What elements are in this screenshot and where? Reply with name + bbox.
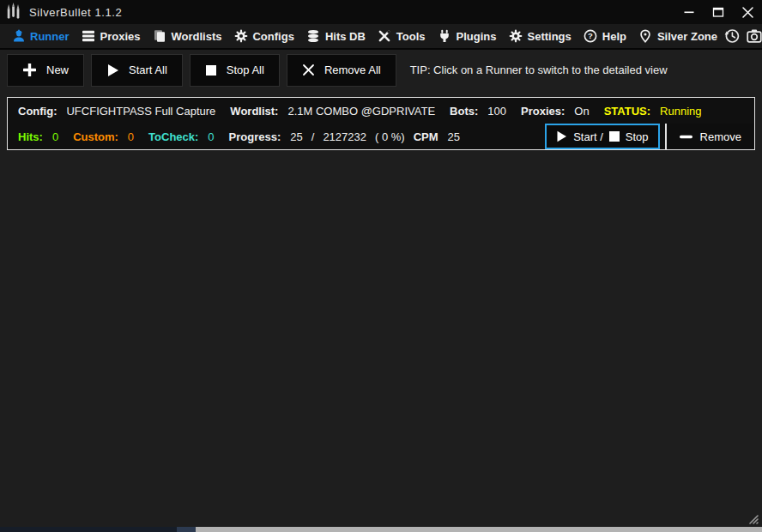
start-all-button[interactable]: Start All xyxy=(91,54,183,87)
documents-icon xyxy=(152,29,166,44)
window-title: SilverBullet 1.1.2 xyxy=(29,6,122,19)
menu-item-hits-db[interactable]: Hits DB xyxy=(300,29,372,44)
tocheck-label: ToCheck: xyxy=(148,130,198,143)
server-icon xyxy=(82,29,96,44)
location-pin-icon xyxy=(638,29,653,44)
progress-current: 25 xyxy=(290,130,302,143)
scrollbar-thumb[interactable] xyxy=(196,527,762,532)
runner-info-row: Config: UFCFIGHTPASS Full Capture Wordli… xyxy=(8,98,754,124)
menu-bar: Runner Proxies Wordlists Configs xyxy=(0,24,762,50)
menu-right-icons xyxy=(723,28,762,45)
menu-item-help[interactable]: ? Help xyxy=(578,29,632,44)
custom-label: Custom: xyxy=(73,130,118,143)
runner-row-panel[interactable]: Config: UFCFIGHTPASS Full Capture Wordli… xyxy=(7,97,755,150)
wordlist-label: Wordlist: xyxy=(230,105,278,118)
help-icon: ? xyxy=(584,29,598,44)
runner-stats-row: Hits: 0 Custom: 0 ToCheck: 0 Progress: 2… xyxy=(8,124,754,149)
stop-icon xyxy=(205,64,217,76)
menu-item-settings[interactable]: Settings xyxy=(502,29,577,44)
stop-label: Stop xyxy=(626,130,649,143)
svg-text:?: ? xyxy=(588,31,593,40)
menu-item-label: Silver Zone xyxy=(657,30,717,43)
progress-label: Progress: xyxy=(229,130,281,143)
x-icon xyxy=(302,63,315,76)
stop-all-button[interactable]: Stop All xyxy=(190,54,280,87)
new-runner-label: New xyxy=(46,63,69,76)
menu-item-label: Hits DB xyxy=(325,30,366,43)
history-icon[interactable] xyxy=(723,28,740,45)
maximize-icon xyxy=(712,6,724,18)
new-runner-button[interactable]: New xyxy=(7,54,84,87)
menu-item-configs[interactable]: Configs xyxy=(227,29,299,44)
progress-percent: ( 0 %) xyxy=(375,130,405,143)
menu-item-label: Wordlists xyxy=(171,30,221,43)
app-logo-bullets-icon xyxy=(4,2,23,22)
menu-item-tools[interactable]: Tools xyxy=(372,29,432,44)
runner-toolbar: New Start All Stop All Remove All TIP: C… xyxy=(0,50,762,90)
config-value: UFCFIGHTPASS Full Capture xyxy=(66,105,215,118)
gear-icon xyxy=(508,29,523,44)
menu-item-label: Proxies xyxy=(100,30,141,43)
stop-all-label: Stop All xyxy=(227,63,264,76)
horizontal-scrollbar[interactable] xyxy=(0,527,762,532)
worker-icon xyxy=(11,29,26,44)
plus-icon xyxy=(22,63,37,77)
menu-item-label: Plugins xyxy=(457,30,497,43)
plug-icon xyxy=(438,29,452,44)
start-label: Start / xyxy=(573,130,603,143)
menu-item-label: Configs xyxy=(252,30,293,43)
config-label: Config: xyxy=(18,105,57,118)
minimize-icon xyxy=(684,7,694,17)
remove-all-button[interactable]: Remove All xyxy=(287,54,396,87)
menu-item-label: Tools xyxy=(396,30,426,43)
stop-icon xyxy=(609,131,620,142)
wordlist-value: 2.1M COMBO @GDPRIVATE xyxy=(287,105,435,118)
gear-icon xyxy=(233,29,248,44)
start-stop-button[interactable]: Start / Stop xyxy=(545,124,659,149)
start-all-label: Start All xyxy=(129,63,167,76)
close-icon xyxy=(742,7,753,18)
runner-list-empty-area xyxy=(0,150,762,532)
status-value: Running xyxy=(660,105,701,118)
database-icon xyxy=(306,29,321,44)
cpm-label: CPM xyxy=(414,130,438,143)
menu-item-silver-zone[interactable]: Silver Zone xyxy=(632,29,723,44)
remove-label: Remove xyxy=(700,130,741,143)
hits-label: Hits: xyxy=(18,130,43,143)
proxies-value: On xyxy=(574,105,589,118)
bots-label: Bots: xyxy=(450,105,478,118)
camera-icon[interactable] xyxy=(746,28,762,45)
hits-value: 0 xyxy=(52,130,58,143)
minus-icon xyxy=(680,135,692,139)
runner-action-buttons: Start / Stop Remove xyxy=(545,124,754,149)
progress-separator: / xyxy=(311,130,315,143)
maximize-button[interactable] xyxy=(704,0,733,24)
remove-all-label: Remove All xyxy=(324,63,381,76)
tocheck-value: 0 xyxy=(208,130,214,143)
menu-item-label: Settings xyxy=(527,30,571,43)
tools-icon xyxy=(378,29,392,44)
scrollbar-accent xyxy=(177,527,196,532)
progress-total: 2127232 xyxy=(323,130,366,143)
resize-grip[interactable] xyxy=(747,512,759,524)
minimize-button[interactable] xyxy=(674,0,704,24)
title-bar: SilverBullet 1.1.2 xyxy=(0,0,762,24)
toolbar-tip-text: TIP: Click on a Runner to switch to the … xyxy=(410,63,668,76)
proxies-label: Proxies: xyxy=(521,105,565,118)
menu-item-label: Help xyxy=(602,30,626,43)
bots-value: 100 xyxy=(487,105,506,118)
menu-item-proxies[interactable]: Proxies xyxy=(76,29,147,44)
cpm-value: 25 xyxy=(448,130,460,143)
close-button[interactable] xyxy=(733,0,762,24)
menu-item-runner[interactable]: Runner xyxy=(5,29,76,44)
remove-runner-button[interactable]: Remove xyxy=(665,124,754,149)
menu-item-wordlists[interactable]: Wordlists xyxy=(146,29,227,44)
play-icon xyxy=(556,130,567,142)
status-label: STATUS: xyxy=(604,105,650,118)
menu-item-plugins[interactable]: Plugins xyxy=(432,29,503,44)
menu-item-label: Runner xyxy=(30,30,70,43)
custom-value: 0 xyxy=(128,130,134,143)
play-icon xyxy=(106,63,119,77)
